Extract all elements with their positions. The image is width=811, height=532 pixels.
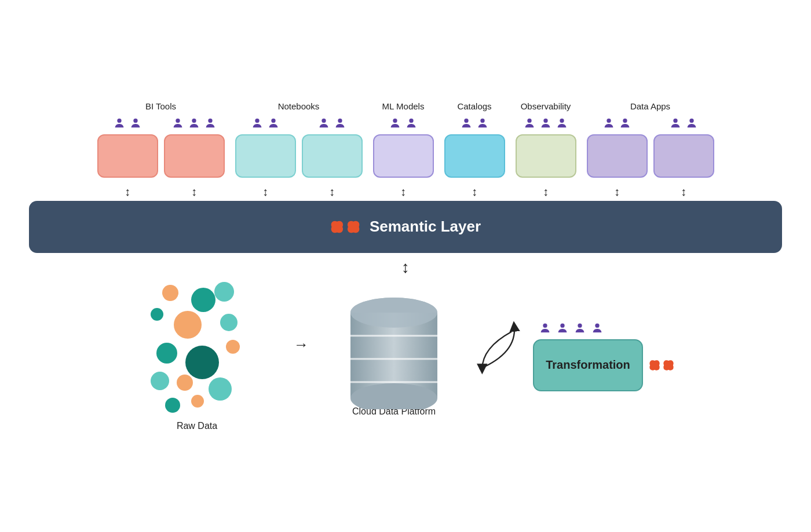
bi-tool-box-1	[97, 134, 158, 178]
raw-data-label: Raw Data	[177, 421, 217, 431]
user-icon	[573, 322, 586, 335]
data-apps-label: Data Apps	[630, 101, 670, 111]
bubble	[209, 377, 232, 401]
notebooks-boxes	[235, 117, 363, 178]
bottom-row: Raw Data →	[29, 282, 782, 431]
svg-point-37	[662, 358, 674, 372]
notebook-box-2	[302, 134, 363, 178]
arrow: ↕	[302, 185, 363, 199]
bubbles-container	[139, 282, 255, 415]
catalogs-boxes	[444, 117, 505, 178]
svg-point-2	[176, 118, 180, 122]
user-icon	[317, 117, 330, 130]
svg-point-12	[480, 118, 484, 122]
svg-point-30	[350, 298, 437, 328]
svg-point-13	[527, 118, 531, 122]
data-app-box-1	[587, 134, 648, 178]
bubble	[165, 398, 180, 413]
semantic-layer-bar: Semantic Layer	[29, 201, 782, 253]
bubble	[191, 395, 204, 408]
svg-point-7	[322, 118, 326, 122]
tool-group-bi-tools: BI Tools	[97, 101, 225, 178]
svg-point-3	[192, 118, 196, 122]
bubble	[174, 311, 202, 339]
bubble	[177, 375, 193, 391]
bi-arrows: ↕ ↕	[97, 185, 225, 199]
svg-point-17	[623, 118, 627, 122]
cylinder-icon	[348, 296, 440, 401]
svg-point-38	[649, 358, 662, 372]
bubble	[156, 343, 177, 364]
center-bidirectional-arrow: ↕	[401, 253, 410, 282]
user-icon	[556, 322, 569, 335]
notebook-box-1	[235, 134, 296, 178]
user-icon	[405, 117, 418, 130]
ml-model-box	[373, 134, 434, 178]
user-icons	[602, 117, 631, 130]
user-icon	[685, 117, 698, 130]
user-icon	[171, 117, 184, 130]
svg-point-23	[330, 218, 345, 234]
user-icon	[539, 322, 551, 335]
user-icon	[460, 117, 473, 130]
user-icon	[539, 117, 552, 130]
svg-point-22	[345, 218, 360, 234]
bubble	[151, 372, 169, 390]
user-icons	[171, 117, 217, 130]
observability-label: Observability	[521, 101, 571, 111]
arrow: ↕	[587, 185, 648, 199]
user-icon	[251, 117, 264, 130]
curved-arrow-section	[463, 310, 533, 380]
bubble	[191, 288, 215, 312]
user-icon	[619, 117, 631, 130]
observability-arrows: ↕	[516, 185, 576, 199]
transform-user-icons	[539, 322, 604, 335]
arrow: ↕	[373, 185, 434, 199]
curved-arrow-svg	[469, 310, 527, 380]
architecture-diagram: BI Tools	[29, 101, 782, 431]
raw-data-to-cloud-arrow: →	[278, 336, 324, 354]
bubble	[151, 308, 163, 321]
arrow: ↕	[164, 185, 225, 199]
svg-point-18	[673, 118, 677, 122]
semantic-layer-logo	[330, 212, 360, 242]
user-icon	[188, 117, 200, 130]
arrow: ↕	[235, 185, 296, 199]
transformation-box: Transformation	[533, 339, 643, 391]
svg-point-32	[560, 323, 564, 327]
bubble	[226, 340, 240, 354]
svg-point-31	[543, 323, 547, 327]
data-apps-arrows: ↕ ↕	[587, 185, 714, 199]
user-icon	[389, 117, 401, 130]
svg-point-16	[607, 118, 611, 122]
bubble	[185, 346, 219, 379]
data-apps-boxes	[587, 117, 714, 178]
ml-models-boxes	[373, 117, 434, 178]
observability-box	[516, 134, 576, 178]
transformation-logo	[649, 353, 674, 378]
cylinder-svg	[348, 296, 440, 409]
tool-group-observability: Observability	[516, 101, 576, 178]
user-icon	[334, 117, 346, 130]
tool-group-data-apps: Data Apps	[587, 101, 714, 178]
notebooks-arrows: ↕ ↕	[235, 185, 363, 199]
top-arrows-row: ↕ ↕ ↕ ↕ ↕ ↕ ↕ ↕ ↕	[29, 184, 782, 201]
svg-point-1	[133, 118, 137, 122]
tool-group-ml-models: ML Models	[373, 101, 434, 178]
user-icon	[523, 117, 536, 130]
user-icons	[523, 117, 568, 130]
svg-point-14	[543, 118, 547, 122]
arrow: ↕	[97, 185, 158, 199]
user-icon	[591, 322, 604, 335]
catalog-box	[444, 134, 505, 178]
svg-point-6	[271, 118, 275, 122]
user-icons	[669, 117, 698, 130]
tool-group-notebooks: Notebooks	[235, 101, 363, 178]
cloud-data-platform-section: Cloud Data Platform	[324, 296, 463, 417]
transformation-section: Transformation	[533, 322, 695, 391]
svg-point-10	[409, 118, 413, 122]
user-icons	[251, 117, 280, 130]
user-icons	[389, 117, 418, 130]
svg-point-19	[689, 118, 693, 122]
notebooks-label: Notebooks	[278, 101, 320, 111]
